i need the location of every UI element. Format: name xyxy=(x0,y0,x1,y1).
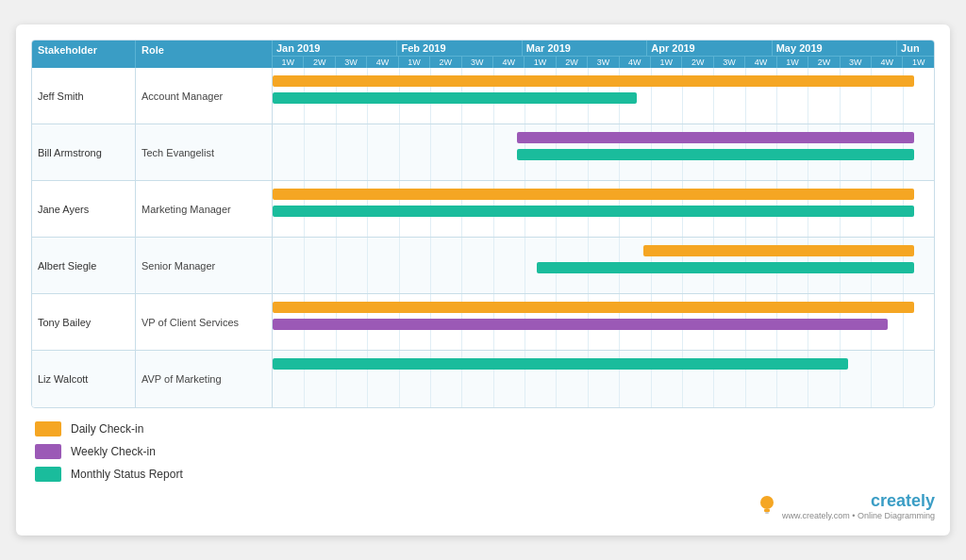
purple-bar xyxy=(273,319,888,330)
stakeholder-cell: Jane Ayers xyxy=(32,181,136,237)
grid-line xyxy=(493,238,494,293)
grid-line xyxy=(430,124,431,180)
grid-line xyxy=(461,238,462,293)
week-label: 3W xyxy=(462,57,493,68)
timeline-cell xyxy=(273,181,934,237)
week-label: 1W xyxy=(651,57,682,68)
role-cell: Marketing Manager xyxy=(136,181,273,237)
teal-bar xyxy=(517,149,914,160)
teal-bar xyxy=(273,358,848,370)
week-label: 3W xyxy=(714,57,745,68)
table-row: Bill ArmstrongTech Evangelist xyxy=(32,124,934,181)
week-label: 4W xyxy=(745,57,776,68)
week-label: 3W xyxy=(336,57,367,68)
purple-bar xyxy=(517,132,914,143)
grid-line xyxy=(336,238,337,293)
teal-bar xyxy=(273,206,914,217)
week-label: 4W xyxy=(493,57,525,68)
grid-line xyxy=(367,124,368,180)
teal-bar xyxy=(537,262,914,273)
month-label: Feb 2019 xyxy=(397,41,522,56)
legend: Daily Check-inWeekly Check-inMonthly Sta… xyxy=(31,421,935,482)
role-cell: VP of Client Services xyxy=(136,294,273,350)
table-row: Tony BaileyVP of Client Services xyxy=(32,294,934,351)
legend-item: Monthly Status Report xyxy=(35,467,931,482)
month-label: May 2019 xyxy=(773,41,897,56)
branding: creately www.creately.com • Online Diagr… xyxy=(31,491,935,520)
week-label: 2W xyxy=(557,57,588,68)
month-label: Apr 2019 xyxy=(647,41,772,56)
header-role: Role xyxy=(136,41,273,68)
week-label: 3W xyxy=(588,57,619,68)
grid-line xyxy=(304,238,305,293)
timeline-header: Jan 2019Feb 2019Mar 2019Apr 2019May 2019… xyxy=(273,41,934,68)
week-label: 1W xyxy=(525,57,556,68)
week-label: 2W xyxy=(304,57,335,68)
grid-line xyxy=(336,124,337,180)
legend-label: Weekly Check-in xyxy=(71,445,156,458)
bulb-icon xyxy=(758,493,776,519)
svg-rect-2 xyxy=(765,512,769,514)
week-label: 1W xyxy=(777,57,808,68)
legend-label: Monthly Status Report xyxy=(71,468,183,481)
week-label: 3W xyxy=(841,57,872,68)
stakeholder-cell: Jeff Smith xyxy=(32,68,136,124)
grid-line xyxy=(461,124,462,180)
table-row: Jane AyersMarketing Manager xyxy=(32,181,934,238)
role-cell: Senior Manager xyxy=(136,238,273,293)
stakeholder-cell: Albert Siegle xyxy=(32,238,136,293)
grid-line xyxy=(493,124,494,180)
week-label: 2W xyxy=(682,57,713,68)
svg-rect-1 xyxy=(764,509,770,512)
week-row: 1W2W3W4W1W2W3W4W1W2W3W4W1W2W3W4W1W2W3W4W… xyxy=(273,57,934,68)
grid-line xyxy=(399,124,400,180)
header-stakeholder: Stakeholder xyxy=(32,41,136,68)
timeline-cell xyxy=(273,238,934,293)
brand-tagline: www.creately.com • Online Diagramming xyxy=(782,511,935,520)
grid-line xyxy=(430,238,431,293)
table-row: Albert SiegleSenior Manager xyxy=(32,238,934,294)
chart-header: Stakeholder Role Jan 2019Feb 2019Mar 201… xyxy=(32,41,934,68)
orange-bar xyxy=(273,302,914,313)
teal-bar xyxy=(273,92,637,104)
orange-bar xyxy=(643,245,914,256)
timeline-cell xyxy=(273,294,934,350)
week-label: 1W xyxy=(273,57,304,68)
grid-line xyxy=(304,124,305,180)
gantt-chart: Stakeholder Role Jan 2019Feb 2019Mar 201… xyxy=(31,40,935,408)
legend-swatch xyxy=(35,421,61,436)
legend-item: Weekly Check-in xyxy=(35,444,931,459)
month-label: Jan 2019 xyxy=(273,41,397,56)
grid-line xyxy=(903,351,904,407)
orange-bar xyxy=(273,75,914,87)
stakeholder-cell: Bill Armstrong xyxy=(32,124,136,180)
legend-swatch xyxy=(35,444,61,459)
legend-label: Daily Check-in xyxy=(71,422,143,436)
table-row: Liz WalcottAVP of Marketing xyxy=(32,351,934,407)
grid-line xyxy=(525,238,525,293)
week-label: 4W xyxy=(620,57,651,68)
week-label: 1W xyxy=(399,57,430,68)
stakeholder-cell: Tony Bailey xyxy=(32,294,136,350)
brand-name: creately xyxy=(871,491,935,511)
grid-line xyxy=(399,238,400,293)
timeline-cell xyxy=(273,124,934,180)
legend-swatch xyxy=(35,467,61,482)
svg-point-0 xyxy=(760,496,774,509)
grid-line xyxy=(871,351,872,407)
timeline-cell xyxy=(273,351,934,407)
month-label: Jun xyxy=(897,41,934,56)
orange-bar xyxy=(273,189,914,200)
role-cell: Tech Evangelist xyxy=(136,124,273,180)
week-label: 4W xyxy=(872,57,903,68)
month-label: Mar 2019 xyxy=(523,41,647,56)
week-label: 4W xyxy=(367,57,398,68)
main-card: Stakeholder Role Jan 2019Feb 2019Mar 201… xyxy=(16,25,950,535)
branding-logo: creately www.creately.com • Online Diagr… xyxy=(782,491,935,520)
stakeholder-cell: Liz Walcott xyxy=(32,351,136,407)
week-label: 2W xyxy=(430,57,461,68)
week-label: 1W xyxy=(903,57,933,68)
month-row: Jan 2019Feb 2019Mar 2019Apr 2019May 2019… xyxy=(273,41,934,57)
table-row: Jeff SmithAccount Manager xyxy=(32,68,934,124)
grid-line xyxy=(367,238,368,293)
